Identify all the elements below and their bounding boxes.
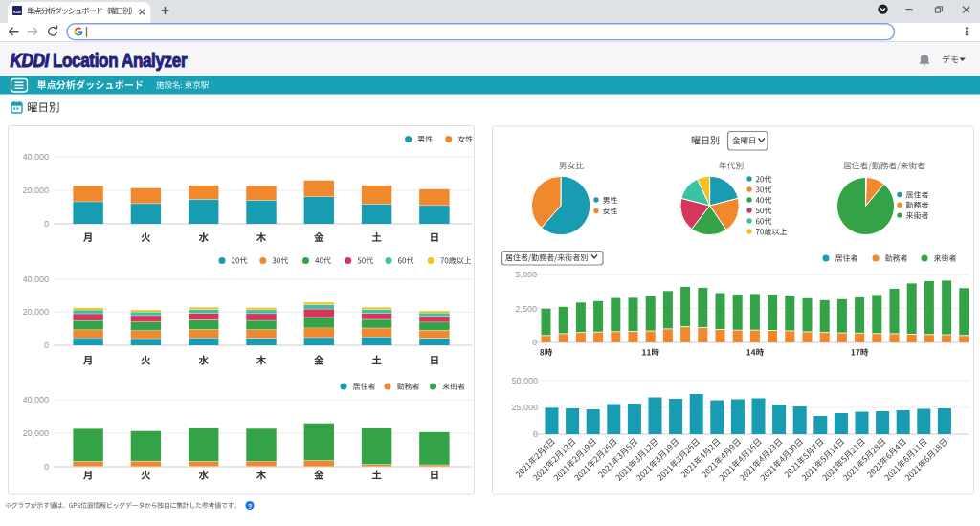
- svg-text:40,000: 40,000: [22, 274, 49, 284]
- svg-text:25,000: 25,000: [511, 403, 538, 412]
- svg-text:Location Analyzer: Location Analyzer: [53, 50, 188, 72]
- svg-text:2,500: 2,500: [515, 304, 537, 314]
- svg-text:0: 0: [532, 338, 537, 347]
- svg-text:20,000: 20,000: [22, 186, 49, 195]
- svg-text:40,000: 40,000: [22, 152, 49, 162]
- svg-text:20,000: 20,000: [22, 307, 49, 317]
- svg-text:0: 0: [533, 429, 538, 439]
- svg-text:40,000: 40,000: [22, 395, 49, 405]
- svg-text:?: ?: [248, 502, 253, 511]
- svg-text:KDDI: KDDI: [11, 49, 50, 71]
- svg-text:0: 0: [44, 462, 49, 471]
- svg-text:20,000: 20,000: [22, 428, 49, 438]
- svg-text:50,000: 50,000: [511, 376, 538, 385]
- svg-text:0: 0: [44, 219, 49, 229]
- svg-text:5,000: 5,000: [515, 270, 537, 279]
- svg-text:KDDI: KDDI: [13, 11, 21, 14]
- svg-text:0: 0: [44, 340, 49, 350]
